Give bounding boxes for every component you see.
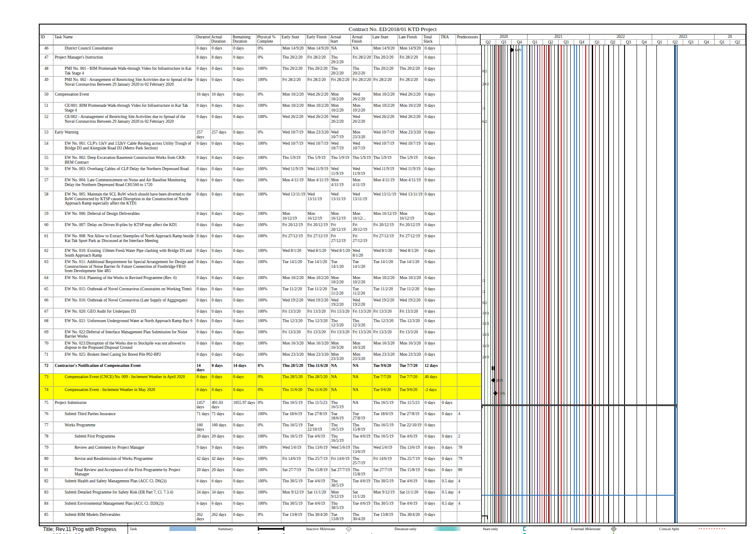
task-cell: 0 days (232, 65, 257, 77)
task-cell: 0 days (424, 351, 441, 363)
legend-grid: TaskSplitMilestoneSummaryProject Summary… (128, 523, 746, 534)
task-row: 72Contractor's Notification of Compensat… (40, 363, 746, 374)
task-id: 55 (40, 155, 53, 166)
task-cell: 0 days (196, 329, 211, 340)
legend-icon-wrap (346, 527, 391, 531)
task-cell: 0 days (211, 177, 232, 191)
task-cell: Thu 5/9/19 (306, 155, 330, 166)
timeline-quarter-label: Q4 (699, 40, 714, 45)
task-cell: 0 days (232, 140, 257, 155)
task-cell (457, 222, 481, 233)
task-cell: Tue 14/1/20 (281, 259, 306, 275)
task-cell: Tue 14/1/20 (306, 259, 330, 275)
column-header-actual-duration: Actual Duration (210, 34, 232, 45)
task-cell: 100% (257, 65, 281, 77)
task-cell: Mon 23/3/20 (399, 129, 424, 140)
task-cell: 0 days (232, 91, 257, 102)
task-cell: 0 days (211, 318, 232, 329)
task-cell: Thu 20/2/20 (281, 65, 306, 77)
task-cell: 0 days (196, 166, 211, 177)
task-cell: Mon 23/3/20 (352, 129, 372, 140)
task-cell (441, 297, 457, 308)
task-cell: Thu 12/3/20 (352, 318, 372, 329)
task-cell: Wed 26/2/20 (352, 91, 372, 102)
task-cell: Fri 28/2/20 (352, 54, 372, 65)
task-cell: Tue 9/6/20 (399, 387, 424, 400)
task-cell (441, 77, 457, 91)
milestone-diamond-icon (491, 378, 496, 382)
task-row: 51CE/001: BIM Promenade Walk-through Vid… (40, 102, 746, 114)
task-cell (441, 318, 457, 329)
task-cell: 0 days (232, 114, 257, 129)
task-cell: 0 days (196, 155, 211, 166)
task-cell: Fri 13/3/20 (399, 308, 424, 318)
task-cell: 100% (257, 177, 281, 191)
task-row: 64EW No. 014: Planning of the Works in R… (40, 275, 746, 286)
task-cell: Wed 10/7/19 (281, 140, 306, 155)
bar-teal-faded-icon (434, 527, 461, 531)
task-row: 47Project Manager's Instruction8 days8 d… (40, 54, 746, 65)
task-cell: Tue 11/2/20 (330, 286, 352, 297)
task-name: Works Programme (53, 422, 196, 433)
task-cell: NA (352, 363, 372, 374)
task-cell: Wed 11/9/19 (399, 166, 424, 177)
clipped-milestone-date-label: /2 (482, 106, 485, 110)
task-cell (457, 233, 481, 248)
task-cell: 0 days (424, 444, 441, 456)
legend-item: Critical Split (659, 526, 744, 532)
task-cell: Mon 4/11/19 (352, 177, 372, 191)
task-cell: 0 days (211, 222, 232, 233)
task-name: Submit Third Parties Insurance (53, 411, 196, 422)
task-cell: 100% (257, 456, 281, 467)
task-id: 51 (40, 102, 53, 114)
task-cell: Wed 19/2/20 (352, 297, 372, 308)
task-cell: 0 days (232, 387, 257, 400)
task-name: Revise and Resubmission of Works Program… (53, 456, 196, 467)
task-cell: Tue 4/6/19 (399, 433, 424, 444)
task-cell: Mon 10/2/20 (281, 102, 306, 114)
clipped-milestone-date-label: /2 (482, 289, 485, 294)
clipped-milestone-date-label: /2 (482, 278, 485, 283)
legend-item-label: Summary (218, 527, 258, 531)
task-cell: 0 days (211, 297, 232, 308)
task-id: 49 (40, 77, 53, 91)
task-cell: 2 (457, 433, 481, 444)
task-cell: 14 days (232, 363, 257, 374)
task-cell: Sat 11/1/20 (399, 489, 424, 500)
task-row: 61EW No. 008: Not Allow to Extract Sheet… (40, 233, 746, 248)
task-cell: 0 days (232, 467, 257, 478)
timeline-quarter-label: Q1 (652, 40, 668, 45)
task-cell: 0 days (441, 444, 457, 456)
task-cell: Mon 23/3/20 (330, 351, 352, 363)
task-id: 58 (40, 191, 53, 211)
summary-bar (482, 404, 677, 406)
task-cell (441, 45, 457, 54)
task-cell: NA (330, 374, 352, 387)
gantt-row: 28/2 (481, 77, 746, 91)
task-cell: Thu 16/5/19 (372, 422, 399, 433)
legend-icon-wrap (258, 527, 303, 531)
task-cell (457, 340, 481, 351)
diamond-gray-icon (611, 525, 617, 531)
task-cell: 0 days (232, 422, 257, 433)
column-header-id: ID (40, 34, 53, 45)
column-header-predecessors: Predecessors (456, 34, 480, 45)
column-header-total-slack: Total Slack (422, 34, 440, 45)
task-cell (441, 211, 457, 222)
task-cell: Thu 15/8/19 (399, 467, 424, 478)
legend-title: Title; Rev.11 Prog with Progress as of 2… (40, 523, 128, 534)
task-cell: 0 days (232, 308, 257, 318)
timeline-year-label: 2021 (528, 34, 590, 39)
task-cell (457, 259, 481, 275)
task-id: 64 (40, 275, 53, 286)
column-header-tra: TRA (440, 34, 456, 45)
gantt-row (481, 512, 746, 523)
task-cell (457, 140, 481, 155)
task-cell: Sat 27/7/19 (281, 467, 306, 478)
task-id: 83 (40, 489, 53, 500)
task-cell (441, 275, 457, 286)
task-cell: Fri 13/3/20 (330, 308, 352, 318)
task-cell: Mon 10/2/20 (306, 102, 330, 114)
gantt-row: /2 (481, 102, 746, 114)
table-header: IDTask NameDurationActual DurationRemain… (40, 34, 746, 45)
